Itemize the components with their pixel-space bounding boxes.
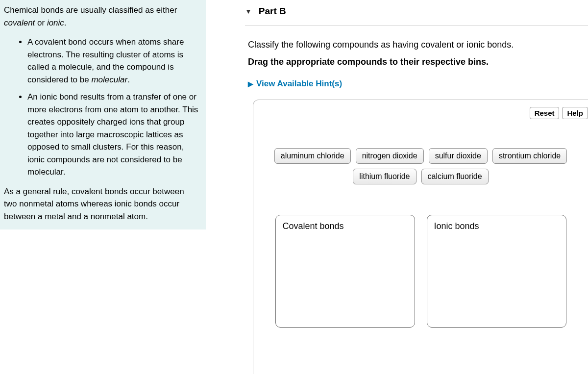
- bin-label: Ionic bonds: [434, 221, 479, 231]
- info-panel: Chemical bonds are usually classified as…: [0, 0, 206, 229]
- bin-covalent[interactable]: Covalent bonds: [275, 215, 415, 328]
- compound-chip[interactable]: nitrogen dioxide: [356, 148, 424, 164]
- compound-chip[interactable]: sulfur dioxide: [429, 148, 488, 164]
- part-header[interactable]: ▼ Part B: [245, 0, 588, 26]
- compound-chip[interactable]: calcium fluoride: [421, 169, 489, 184]
- part-label: Part B: [259, 6, 286, 17]
- view-hints-toggle[interactable]: ▶ View Available Hint(s): [248, 79, 588, 89]
- instruction-drag: Drag the appropriate compounds to their …: [248, 57, 588, 67]
- help-button[interactable]: Help: [562, 107, 588, 119]
- drag-workspace: Reset Help aluminum chloride nitrogen di…: [253, 100, 588, 374]
- question-panel: ▼ Part B Classify the following compound…: [206, 0, 588, 374]
- drop-bins: Covalent bonds Ionic bonds: [264, 215, 577, 328]
- compound-chip[interactable]: lithium fluoride: [353, 169, 416, 184]
- info-bullet-ionic: An ionic bond results from a transfer of…: [27, 91, 199, 178]
- instruction-classify: Classify the following compounds as havi…: [248, 40, 588, 50]
- expand-icon: ▶: [248, 80, 253, 88]
- reset-button[interactable]: Reset: [530, 107, 560, 119]
- hints-label: View Available Hint(s): [256, 79, 342, 89]
- intro-text: Chemical bonds are usually classified as…: [4, 4, 199, 29]
- info-list: A covalent bond occurs when atoms share …: [4, 36, 199, 178]
- question-content: Classify the following compounds as havi…: [245, 26, 588, 374]
- workspace-toolbar: Reset Help: [530, 107, 588, 119]
- compound-chip[interactable]: aluminum chloride: [274, 148, 351, 164]
- bin-label: Covalent bonds: [283, 221, 344, 231]
- collapse-icon: ▼: [245, 7, 252, 15]
- compound-pool: aluminum chloride nitrogen dioxide sulfu…: [264, 148, 577, 184]
- info-bullet-covalent: A covalent bond occurs when atoms share …: [27, 36, 199, 86]
- compound-chip[interactable]: strontium chloride: [492, 148, 567, 164]
- outro-text: As a general rule, covalent bonds occur …: [4, 185, 199, 223]
- bin-ionic[interactable]: Ionic bonds: [427, 215, 566, 328]
